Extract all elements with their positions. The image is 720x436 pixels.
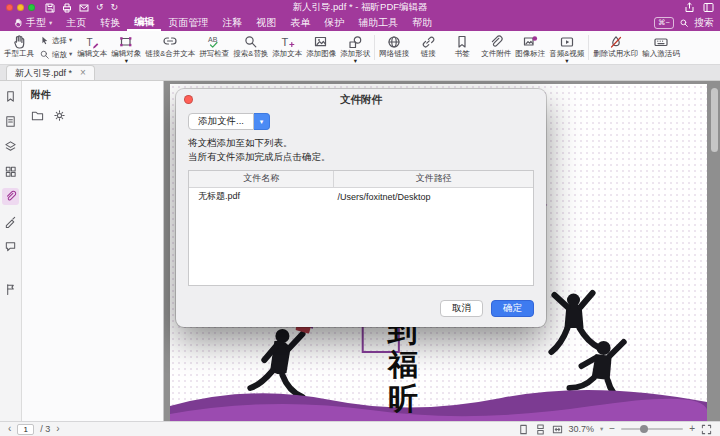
paperclip-icon [488,34,504,49]
ribbon-item-link-merge-text[interactable]: 链接&合并文本 [143,32,197,63]
svg-text:T: T [282,36,289,48]
ribbon-item-hand-tool[interactable]: 手型工具 [2,32,36,63]
next-page-icon[interactable]: › [56,424,59,434]
nav-bookmarks-icon[interactable] [2,88,19,105]
link-text-icon [162,34,178,49]
nav-pages-icon[interactable] [2,113,19,130]
audio-video-icon [559,34,575,49]
ribbon-item-add-shape[interactable]: 添加形状 ▾ [338,32,372,63]
attachments-panel-toolbar [31,109,154,122]
redo-icon[interactable]: ↻ [111,3,119,12]
main-area: 附件 [0,81,720,421]
ribbon-item-add-text[interactable]: T 添加文本 [270,32,304,63]
ribbon-item-select[interactable]: 选择 ▾ [39,35,72,46]
search-icon[interactable] [679,18,689,28]
zoom-slider-thumb[interactable] [640,425,648,433]
ribbon-item-spell-check[interactable]: AB 拼写检查 [197,32,231,63]
ribbon-item-enter-activation-code[interactable]: 输入激活码 [640,32,682,63]
ribbon-item-file-attachment[interactable]: 文件附件 [479,32,513,63]
current-page-input[interactable]: 1 [17,424,34,435]
zoom-slider[interactable] [621,428,683,430]
tab-form[interactable]: 表单 [283,15,317,31]
fullscreen-icon[interactable] [701,424,712,435]
nav-layers-icon[interactable] [2,138,19,155]
nav-comments-icon[interactable] [2,238,19,255]
page-vertical-title: 到 福 昕 [388,314,418,416]
quick-access-toolbar: ↺ ↻ [45,3,118,13]
ribbon-item-edit-object[interactable]: 编辑对象 ▾ [109,32,143,63]
dialog-close-button[interactable] [184,95,193,104]
chevron-down-icon: ▾ [49,20,52,27]
ribbon-item-edit-text[interactable]: T 编辑文本 [75,32,109,63]
add-file-dropdown-button[interactable]: ▾ [254,113,270,130]
tab-help[interactable]: 帮助 [405,15,439,31]
sidebar-toggle-icon[interactable] [703,2,714,13]
tab-home[interactable]: 主页 [59,15,93,31]
tab-accessibility[interactable]: 辅助工具 [351,15,405,31]
fit-width-icon[interactable] [552,424,563,435]
tab-view[interactable]: 视图 [249,15,283,31]
ribbon-item-web-link[interactable]: 网络链接 [377,32,411,63]
share-icon[interactable] [684,2,695,13]
zoom-level-label[interactable]: 30.7% [569,424,595,434]
close-window-button[interactable] [6,4,13,11]
previous-page-icon[interactable]: ‹ [8,424,11,434]
chevron-down-icon: ▾ [354,58,357,65]
magnifier-icon [39,49,50,60]
nav-signature-icon[interactable] [2,213,19,230]
nav-attachments-icon[interactable] [2,188,19,205]
document-canvas[interactable]: 到 福 昕 文件附件 添加文件... ▾ [164,81,720,421]
tab-convert[interactable]: 转换 [93,15,127,31]
ribbon-item-zoom[interactable]: 缩放 ▾ [39,49,72,60]
search-label[interactable]: 搜索 [694,16,714,30]
continuous-view-icon[interactable] [535,424,546,435]
cell-file-name: 无标题.pdf [189,190,333,203]
ribbon-select-zoom-group: 选择 ▾ 缩放 ▾ [36,32,75,63]
undo-icon[interactable]: ↺ [96,3,104,12]
attachment-settings-icon[interactable] [53,109,66,122]
cursor-icon [39,35,50,46]
single-page-view-icon[interactable] [518,424,529,435]
ribbon-item-remove-trial-watermark[interactable]: 删除试用水印 [591,32,640,63]
ok-button[interactable]: 确定 [491,300,534,317]
document-tab[interactable]: 新人引导.pdf * × [6,65,95,80]
column-header-file-path[interactable]: 文件路径 [333,171,533,187]
dialog-titlebar: 文件附件 [176,89,546,110]
zoom-in-icon[interactable]: + [689,424,695,434]
ribbon-item-image-annotation[interactable]: 图像标注 [513,32,547,63]
ribbon-item-add-image[interactable]: 添加图像 [304,32,338,63]
tab-page-organize[interactable]: 页面管理 [161,15,215,31]
add-file-button[interactable]: 添加文件... [188,113,254,130]
email-icon[interactable] [79,3,89,13]
cancel-button[interactable]: 取消 [440,300,483,317]
zoom-window-button[interactable] [28,4,35,11]
chevron-down-icon: ▾ [69,51,72,58]
foxit-pdf-editor-window: ↺ ↻ 新人引导.pdf * - 福昕PDF编辑器 手型 ▾ 主页 转换 编辑 … [0,0,720,436]
ribbon-item-search-replace[interactable]: 搜索&替换 [231,32,270,63]
tab-comment[interactable]: 注释 [215,15,249,31]
file-attachment-dialog: 文件附件 添加文件... ▾ 将文档添加至如下列表。 当所有文件添加完成后点击确… [176,89,546,327]
nav-flag-icon[interactable] [2,281,19,298]
command-shortcut-badge: ⌘~ [654,17,674,29]
print-icon[interactable] [62,3,72,13]
tab-protect[interactable]: 保护 [317,15,351,31]
save-icon[interactable] [45,3,55,13]
attachment-table-header: 文件名称 文件路径 [189,171,533,188]
vertical-scrollbar[interactable] [710,85,718,417]
scrollbar-thumb[interactable] [711,88,718,152]
ribbon-item-audio-video[interactable]: 音频&视频 ▾ [547,32,586,63]
close-tab-icon[interactable]: × [80,68,86,78]
bookmark-icon [454,34,470,49]
tab-edit[interactable]: 编辑 [127,15,161,31]
minimize-window-button[interactable] [17,4,24,11]
ribbon-item-link[interactable]: 链接 [411,32,445,63]
add-file-row: 添加文件... ▾ [188,113,534,130]
ribbon-item-bookmark[interactable]: 书签 [445,32,479,63]
nav-thumbnails-icon[interactable] [2,163,19,180]
open-attachment-icon[interactable] [31,109,44,122]
table-row[interactable]: 无标题.pdf /Users/foxitnet/Desktop [189,188,533,206]
zoom-out-icon[interactable]: − [609,424,615,434]
hand-mode-menu[interactable]: 手型 ▾ [6,15,59,31]
column-header-file-name[interactable]: 文件名称 [189,171,333,187]
illustration-person-top-right [551,293,599,352]
